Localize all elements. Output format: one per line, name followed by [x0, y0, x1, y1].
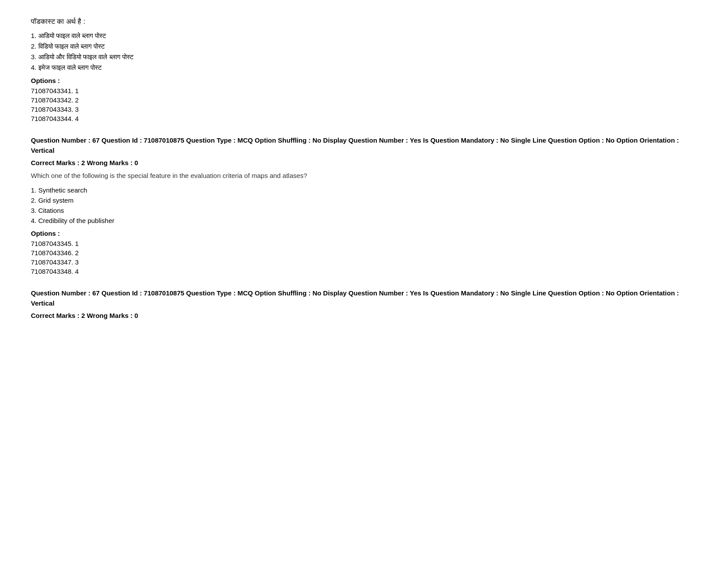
- hindi-option-2: 2. विडियो फाइल वाले ब्लाग पोस्ट: [31, 42, 697, 50]
- hindi-option-1: 1. आडियो फाइल वाले ब्लाग पोस्ट: [31, 32, 697, 40]
- section-3: Question Number : 67 Question Id : 71087…: [31, 288, 697, 319]
- section-2: Question Number : 67 Question Id : 71087…: [31, 136, 697, 275]
- section1-option-ids: 71087043341. 1 71087043342. 2 7108704334…: [31, 87, 697, 122]
- section2-option-ids: 71087043345. 1 71087043346. 2 7108704334…: [31, 240, 697, 275]
- section2-options-label: Options :: [31, 230, 697, 237]
- hindi-options-list: 1. आडियो फाइल वाले ब्लाग पोस्ट 2. विडियो…: [31, 32, 697, 72]
- section2-option-3: 3. Citations: [31, 207, 697, 214]
- section2-option-id-3: 71087043347. 3: [31, 258, 697, 266]
- section2-options-list: 1. Synthetic search 2. Grid system 3. Ci…: [31, 186, 697, 224]
- section2-option-id-1: 71087043345. 1: [31, 240, 697, 247]
- section1-option-id-3: 71087043343. 3: [31, 106, 697, 113]
- section2-option-2: 2. Grid system: [31, 196, 697, 204]
- section2-option-4: 4. Credibility of the publisher: [31, 217, 697, 224]
- section3-correct-marks: Correct Marks : 2 Wrong Marks : 0: [31, 312, 697, 319]
- section-1: पॉडकास्ट का अर्थ है : 1. आडियो फाइल वाले…: [31, 18, 697, 122]
- section1-options-label: Options :: [31, 77, 697, 84]
- section3-question-meta: Question Number : 67 Question Id : 71087…: [31, 288, 697, 308]
- section1-option-id-1: 71087043341. 1: [31, 87, 697, 94]
- section2-option-1: 1. Synthetic search: [31, 186, 697, 194]
- section1-option-id-2: 71087043342. 2: [31, 96, 697, 104]
- hindi-option-4: 4. इमेज फाइल वाले ब्लाग पोस्ट: [31, 64, 697, 72]
- section2-question-text: Which one of the following is the specia…: [31, 172, 697, 179]
- section1-option-id-4: 71087043344. 4: [31, 115, 697, 122]
- section2-option-id-2: 71087043346. 2: [31, 249, 697, 257]
- section2-correct-marks: Correct Marks : 2 Wrong Marks : 0: [31, 159, 697, 166]
- hindi-question-title: पॉडकास्ट का अर्थ है :: [31, 18, 697, 26]
- hindi-option-3: 3. आडियो और विडियो फाइल वाले ब्लाग पोस्ट: [31, 53, 697, 61]
- section2-question-meta: Question Number : 67 Question Id : 71087…: [31, 136, 697, 155]
- section2-option-id-4: 71087043348. 4: [31, 268, 697, 275]
